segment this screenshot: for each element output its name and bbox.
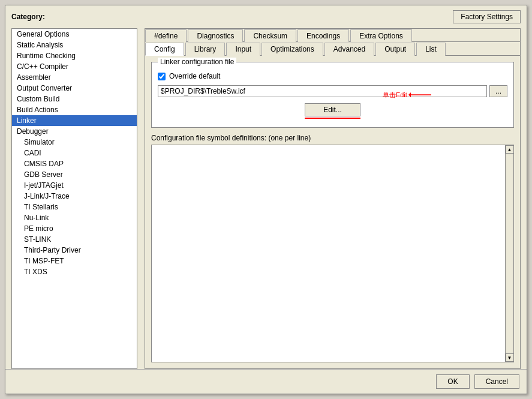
tabs-row1: #defineDiagnosticsChecksumEncodingsExtra… xyxy=(145,29,520,42)
scrollbar-vertical[interactable]: ▲ ▼ xyxy=(505,145,513,362)
sidebar-item-ti-msp-fet[interactable]: TI MSP-FET xyxy=(12,256,137,266)
tab-list[interactable]: List xyxy=(416,43,446,56)
sidebar-item-third-party-driver[interactable]: Third-Party Driver xyxy=(12,245,137,256)
symbol-def-section: Configuration file symbol definitions: (… xyxy=(151,134,514,362)
cancel-button[interactable]: Cancel xyxy=(474,374,519,389)
factory-settings-button[interactable]: Factory Settings xyxy=(453,10,521,23)
sidebar-item-runtime-checking[interactable]: Runtime Checking xyxy=(12,50,137,61)
sidebar-item-pe-micro[interactable]: PE micro xyxy=(12,223,137,234)
annotation: 单击Edit xyxy=(383,90,432,100)
sidebar-item-simulator[interactable]: Simulator xyxy=(12,137,137,148)
sidebar-item-j-link-j-trace[interactable]: J-Link/J-Trace xyxy=(12,191,137,202)
sidebar-item-cmsis-dap[interactable]: CMSIS DAP xyxy=(12,158,137,169)
sidebar-item-debugger[interactable]: Debugger xyxy=(12,126,137,137)
sidebar-item-custom-build[interactable]: Custom Build xyxy=(12,94,137,104)
tab-optimizations[interactable]: Optimizations xyxy=(262,43,323,56)
edit-underline xyxy=(305,118,360,119)
tab-advanced[interactable]: Advanced xyxy=(324,43,374,56)
group-content: Override default ... 单击Edit xyxy=(158,72,507,116)
sidebar-item-nu-link[interactable]: Nu-Link xyxy=(12,212,137,223)
sidebar-item-static-analysis[interactable]: Static Analysis xyxy=(12,40,137,50)
sidebar-item-ti-xds[interactable]: TI XDS xyxy=(12,266,137,277)
sidebar: General OptionsStatic AnalysisRuntime Ch… xyxy=(11,28,137,369)
tab-diagnostics[interactable]: Diagnostics xyxy=(188,29,243,42)
ok-button[interactable]: OK xyxy=(436,374,469,389)
edit-button[interactable]: Edit... xyxy=(305,103,360,116)
main-panel: Linker configuration file Override defau… xyxy=(145,56,520,368)
sidebar-item-i-jet-jtagjet[interactable]: I-jet/JTAGjet xyxy=(12,180,137,191)
edit-area: 单击Edit Edit... xyxy=(158,103,507,116)
sidebar-item-linker[interactable]: Linker xyxy=(12,115,137,126)
symbol-def-textarea[interactable] xyxy=(152,145,505,362)
tab-library[interactable]: Library xyxy=(185,43,226,56)
tab-config[interactable]: Config xyxy=(145,43,184,56)
tab-encodings[interactable]: Encodings xyxy=(297,29,349,42)
linker-config-group: Linker configuration file Override defau… xyxy=(151,62,514,128)
svg-marker-1 xyxy=(408,92,411,97)
tabs-row2: ConfigLibraryInputOptimizationsAdvancedO… xyxy=(145,42,520,56)
sidebar-item-gdb-server[interactable]: GDB Server xyxy=(12,169,137,180)
file-path-input[interactable] xyxy=(158,85,487,97)
sidebar-item-general-options[interactable]: General Options xyxy=(12,29,137,40)
scroll-up-button[interactable]: ▲ xyxy=(506,145,514,154)
scrollbar-track xyxy=(506,154,513,353)
browse-button[interactable]: ... xyxy=(489,85,507,97)
sidebar-item-cadi[interactable]: CADI xyxy=(12,148,137,158)
override-row: Override default xyxy=(158,72,507,80)
symbol-def-label: Configuration file symbol definitions: (… xyxy=(151,134,514,142)
sidebar-item-c-c---compiler[interactable]: C/C++ Compiler xyxy=(12,61,137,72)
file-row: ... xyxy=(158,85,507,97)
tab-input[interactable]: Input xyxy=(226,43,260,56)
tab-output[interactable]: Output xyxy=(375,43,415,56)
sidebar-item-assembler[interactable]: Assembler xyxy=(12,72,137,83)
override-checkbox[interactable] xyxy=(158,73,166,80)
annotation-text: 单击Edit xyxy=(383,91,407,100)
sidebar-item-output-converter[interactable]: Output Converter xyxy=(12,83,137,94)
dialog-body: General OptionsStatic AnalysisRuntime Ch… xyxy=(5,28,527,369)
tab-extra-options[interactable]: Extra Options xyxy=(350,29,412,42)
sidebar-item-st-link[interactable]: ST-LINK xyxy=(12,234,137,245)
dialog-footer: OK Cancel xyxy=(5,369,527,394)
sidebar-item-ti-stellaris[interactable]: TI Stellaris xyxy=(12,202,137,212)
sidebar-item-build-actions[interactable]: Build Actions xyxy=(12,104,137,115)
main-dialog: Category: Factory Settings General Optio… xyxy=(5,5,527,394)
main-content: #defineDiagnosticsChecksumEncodingsExtra… xyxy=(145,28,521,369)
symbol-def-area: ▲ ▼ xyxy=(151,145,514,362)
tab-checksum[interactable]: Checksum xyxy=(244,29,296,42)
dialog-header: Category: Factory Settings xyxy=(5,5,527,28)
scroll-down-button[interactable]: ▼ xyxy=(506,353,514,362)
override-label: Override default xyxy=(169,72,220,80)
group-box-title: Linker configuration file xyxy=(158,58,236,66)
tab--define[interactable]: #define xyxy=(145,29,187,42)
annotation-arrow-icon xyxy=(408,90,432,100)
category-label: Category: xyxy=(11,13,45,21)
